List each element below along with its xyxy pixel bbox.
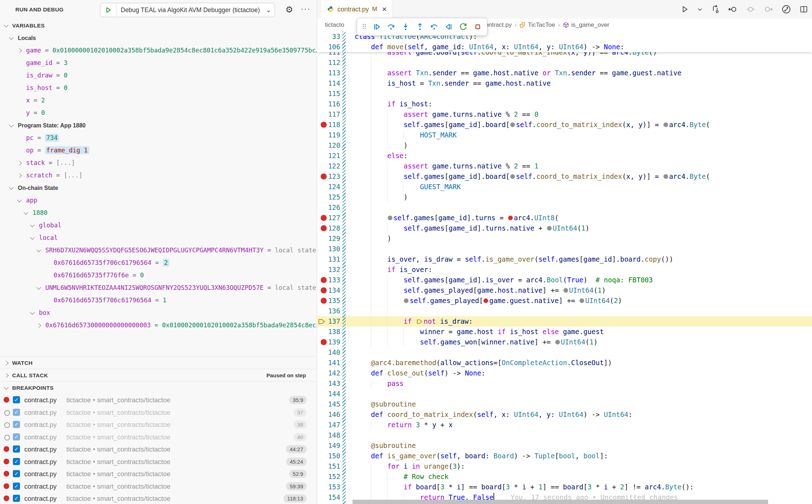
code-line[interactable]: 145 @subroutine (317, 399, 812, 409)
variable-row[interactable]: app (0, 194, 317, 207)
code-line[interactable]: 116 if is_host: (317, 99, 812, 109)
code-line[interactable]: 131 is_over, is_draw = self.is_game_over… (317, 254, 812, 264)
breakpoint-checkbox[interactable]: ✓ (13, 470, 20, 477)
variable-row[interactable]: pc = 734 (0, 132, 317, 144)
gutter[interactable]: 124 (317, 182, 353, 192)
variable-row[interactable]: scratch = [...] (0, 169, 317, 182)
gutter[interactable]: 146 (317, 409, 353, 420)
code-line[interactable]: 126 (317, 202, 812, 213)
breakpoint-row[interactable]: ✓contract.pytictactoe • smart_contracts/… (0, 406, 317, 419)
breadcrumb-item-truncated[interactable]: tictacto (325, 19, 344, 31)
code-line[interactable]: 152 # Row check (317, 472, 812, 482)
run-icon[interactable] (681, 5, 689, 14)
commit-graph-icon[interactable] (781, 4, 791, 14)
code-line[interactable]: 144 (317, 389, 812, 399)
gutter[interactable]: 144 (317, 389, 353, 399)
breakpoint-row[interactable]: ✓contract.pytictactoe • smart_contracts/… (0, 468, 317, 480)
code-line[interactable]: 143 pass (317, 378, 812, 389)
variable-row[interactable]: 0x67616d65730000000000000003 = 0x0100020… (0, 319, 317, 332)
gutter[interactable]: 130 (317, 244, 353, 254)
code-line[interactable]: 121 else: (317, 151, 812, 161)
breakpoint-checkbox[interactable]: ✓ (13, 396, 20, 403)
code-line[interactable]: 129 ) (317, 233, 812, 244)
reverse-continue-button[interactable] (444, 22, 453, 31)
code-line[interactable]: 151 for i in urange(3): (317, 461, 812, 472)
navigate-back-icon[interactable] (728, 4, 738, 14)
gutter[interactable]: 134 (317, 285, 353, 296)
variable-row[interactable]: is_host = 0 (0, 82, 317, 94)
variable-row[interactable]: SRH6D7XU2N6WQQ5SSYDQFG5ESO6JWEQIDPGLUGYC… (0, 244, 317, 257)
inline-breakpoint-candidate-icon[interactable] (563, 288, 568, 293)
gutter[interactable]: 137 (317, 316, 353, 327)
breadcrumb-item[interactable]: is_game_over (563, 21, 610, 29)
inline-breakpoint-candidate-icon[interactable] (510, 122, 515, 127)
gear-icon[interactable]: ⚙ (281, 0, 297, 19)
gutter[interactable]: 140 (317, 347, 353, 358)
step-out-button[interactable] (415, 22, 425, 31)
gutter[interactable]: 141 (317, 358, 353, 368)
breakpoint-checkbox[interactable]: ✓ (13, 495, 20, 502)
variable-row[interactable]: stack = [...] (0, 157, 317, 169)
inline-breakpoint-candidate-icon[interactable] (555, 340, 560, 344)
code-line[interactable]: 146 def coord_to_matrix_index(self, x: U… (317, 409, 812, 420)
inline-breakpoint-candidate-icon[interactable] (404, 298, 408, 303)
split-editor-icon[interactable] (799, 5, 808, 14)
gutter[interactable]: 135 (317, 296, 353, 306)
gutter[interactable]: 147 (317, 420, 353, 430)
close-icon[interactable]: ✕ (382, 6, 387, 13)
gutter[interactable]: 142 (317, 368, 353, 378)
tab-contract-py[interactable]: contract.py M ✕ (321, 0, 393, 19)
call-stack-panel-header[interactable]: CALL STACK Paused on step (0, 369, 317, 382)
code-line[interactable]: 117 assert game.turns.native % 2 == 0 (317, 109, 812, 120)
code-line[interactable]: 138 winner = game.host if is_host else g… (317, 327, 812, 337)
gutter[interactable]: 119 (317, 130, 353, 140)
gutter[interactable]: 106 (317, 42, 353, 52)
variable-row[interactable]: is_draw = 0 (0, 69, 317, 82)
variable-row[interactable]: 0x67616d65735f706c61796564 = 1 (0, 294, 317, 307)
breakpoint-row[interactable]: ✓contract.pytictactoe • smart_contracts/… (0, 492, 317, 504)
variable-row[interactable]: 0x67616d65735f706c61796564 = 2 (0, 257, 317, 269)
stop-button[interactable] (473, 22, 482, 31)
gutter[interactable]: 123 (317, 171, 353, 182)
navigate-position-icon[interactable] (746, 4, 756, 14)
code-line[interactable]: 113 assert Txn.sender == game.host.nativ… (317, 68, 812, 78)
code-line[interactable]: 148 (317, 430, 812, 440)
code-line[interactable]: 120 ) (317, 140, 812, 151)
breakpoint-row[interactable]: ✓contract.pytictactoe • smart_contracts/… (0, 443, 317, 455)
breakpoint-checkbox[interactable]: ✓ (13, 433, 20, 440)
gutter[interactable]: 145 (317, 399, 353, 409)
variable-row[interactable]: 1880 (0, 207, 317, 219)
code-line[interactable]: 150 def is_game_over(self, board: Board)… (317, 451, 812, 461)
code-line[interactable]: 125 ) (317, 192, 812, 202)
gutter[interactable]: 148 (317, 430, 353, 440)
continue-button[interactable] (372, 22, 381, 31)
drag-grip-icon[interactable]: ⠿ (362, 23, 367, 31)
sticky-line[interactable]: 106 def move(self, game_id: UInt64, x: U… (317, 42, 812, 52)
inline-breakpoint-candidate-icon[interactable] (388, 216, 392, 220)
debug-config-dropdown[interactable]: Debug TEAL via AlgoKit AVM Debugger (tic… (100, 3, 275, 17)
start-debug-button[interactable] (100, 3, 116, 17)
gutter[interactable]: 115 (317, 89, 353, 99)
more-actions-icon[interactable]: ··· (298, 0, 314, 19)
tree-section-header[interactable]: On-chain State (0, 182, 317, 194)
gutter[interactable]: 152 (317, 472, 353, 482)
variable-row[interactable]: game = 0x01000000102010002a358bf5bada9e2… (0, 44, 317, 57)
variable-row[interactable]: op = frame_dig 1 (0, 144, 317, 157)
code-line[interactable]: 122 assert game.turns.native % 2 == 1 (317, 161, 812, 171)
inline-breakpoint-candidate-icon[interactable] (510, 174, 515, 179)
gutter[interactable]: 133 (317, 275, 353, 285)
code-editor[interactable]: 111 assert game.board[self.coord_to_matr… (317, 31, 812, 504)
code-line[interactable]: 118 self.games[game_id].board[self.coord… (317, 120, 812, 130)
gutter[interactable]: 127 (317, 213, 353, 223)
code-line[interactable]: 135 self.games_played[game.guest.native]… (317, 296, 812, 306)
gutter[interactable]: 118 (317, 120, 353, 130)
breakpoint-row[interactable]: ✓contract.pytictactoe • smart_contracts/… (0, 480, 317, 493)
inline-breakpoint-candidate-icon[interactable] (663, 174, 668, 179)
gutter[interactable]: 128 (317, 223, 353, 233)
gutter[interactable]: 154 (317, 492, 353, 503)
code-line[interactable]: 133 self.games[game_id].is_over = arc4.B… (317, 275, 812, 285)
variable-row[interactable]: y = 0 (0, 107, 317, 119)
gutter[interactable]: 138 (317, 327, 353, 337)
breakpoint-checkbox[interactable]: ✓ (13, 409, 20, 416)
gutter[interactable]: 153 (317, 482, 353, 492)
